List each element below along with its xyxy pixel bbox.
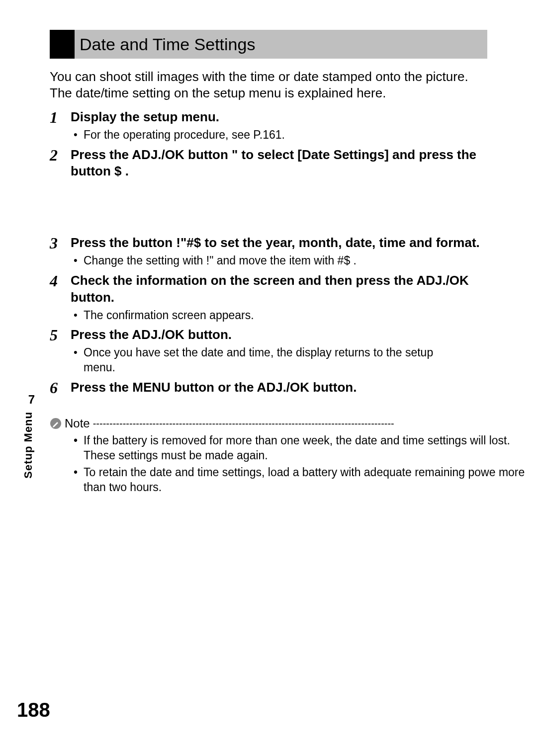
step-number: 6 [50, 379, 71, 397]
note-label: Note [65, 417, 90, 430]
section-title: Date and Time Settings [75, 30, 487, 59]
step-body: Press the button !"#$ to set the year, m… [71, 235, 482, 268]
page-number: 188 [17, 699, 50, 721]
step-number: 1 [50, 109, 71, 143]
chapter-name: Setup Menu [22, 412, 35, 479]
section-title-bar: Date and Time Settings [50, 30, 487, 59]
side-label: 7 Setup Menu [21, 393, 35, 479]
chapter-number: 7 [21, 393, 35, 407]
step-body: Press the MENU button or the ADJ./OK but… [71, 379, 482, 397]
note-list: If the battery is removed for more than … [50, 433, 529, 495]
step-sub: For the operating procedure, see P.161. [71, 128, 482, 143]
step-title: Press the ADJ./OK button. [71, 327, 482, 343]
step-6: 6 Press the MENU button or the ADJ./OK b… [50, 379, 482, 397]
step-body: Display the setup menu. For the operatin… [71, 109, 482, 143]
step-title: Display the setup menu. [71, 109, 482, 126]
note-header: Note -----------------------------------… [50, 417, 537, 430]
step-1: 1 Display the setup menu. For the operat… [50, 109, 482, 143]
step-sub: The confirmation screen appears. [71, 308, 482, 323]
note-dashes: ----------------------------------------… [93, 418, 537, 429]
step-body: Press the ADJ./OK button. Once you have … [71, 327, 482, 375]
step-title: Press the MENU button or the ADJ./OK but… [71, 379, 482, 396]
step-body: Press the ADJ./OK button " to select [Da… [71, 147, 482, 180]
intro-line-1: You can shoot still images with the time… [50, 69, 482, 85]
step-title: Press the button !"#$ to set the year, m… [71, 235, 482, 252]
step-number: 4 [50, 272, 71, 323]
step-title: Check the information on the screen and … [71, 272, 482, 306]
note-item: If the battery is removed for more than … [72, 433, 529, 463]
intro-line-2: The date/time setting on the setup menu … [50, 85, 482, 101]
step-5: 5 Press the ADJ./OK button. Once you hav… [50, 327, 482, 375]
title-black-block [50, 30, 75, 59]
intro-text: You can shoot still images with the time… [50, 69, 482, 101]
step-4: 4 Check the information on the screen an… [50, 272, 482, 323]
note-item: To retain the date and time settings, lo… [72, 465, 529, 495]
step-number: 2 [50, 147, 71, 180]
step-body: Check the information on the screen and … [71, 272, 482, 323]
steps-list: 1 Display the setup menu. For the operat… [50, 109, 482, 397]
step-number: 3 [50, 235, 71, 268]
manual-page: Date and Time Settings You can shoot sti… [0, 0, 537, 756]
step-2: 2 Press the ADJ./OK button " to select [… [50, 147, 482, 180]
pencil-icon [50, 418, 62, 429]
step-sub: Once you have set the date and time, the… [71, 345, 461, 375]
step-title: Press the ADJ./OK button " to select [Da… [71, 147, 482, 180]
step-number: 5 [50, 327, 71, 375]
step-sub: Change the setting with !" and move the … [71, 253, 482, 268]
step-3: 3 Press the button !"#$ to set the year,… [50, 235, 482, 268]
